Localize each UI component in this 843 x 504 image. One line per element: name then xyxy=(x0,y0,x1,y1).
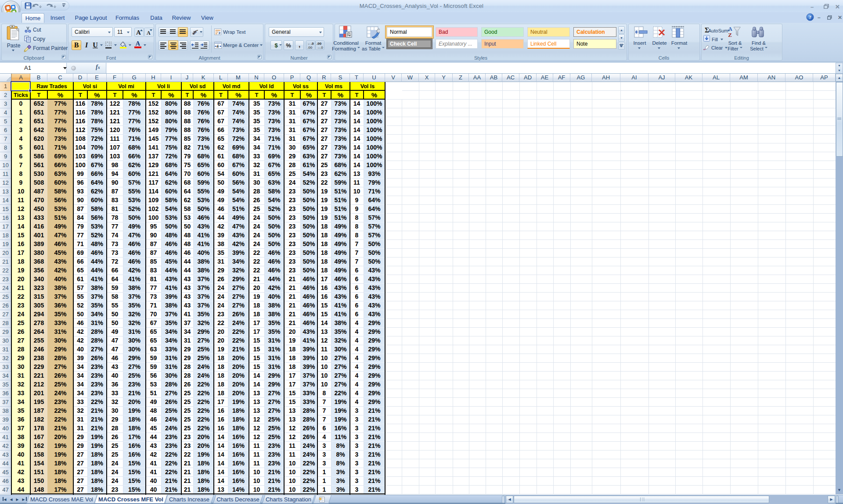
svg-text:←.0: ←.0 xyxy=(307,42,314,46)
svg-text:ab: ab xyxy=(192,29,198,36)
svg-text:.00: .00 xyxy=(307,46,313,50)
svg-text:a: a xyxy=(216,43,219,48)
svg-text:A: A xyxy=(136,29,141,36)
svg-text:A: A xyxy=(147,30,151,36)
svg-text:.00: .00 xyxy=(317,42,322,46)
svg-text:A: A xyxy=(728,25,732,32)
svg-text:Z: Z xyxy=(728,32,732,38)
svg-text:→.0: →.0 xyxy=(317,46,323,50)
svg-text:?: ? xyxy=(809,14,811,20)
